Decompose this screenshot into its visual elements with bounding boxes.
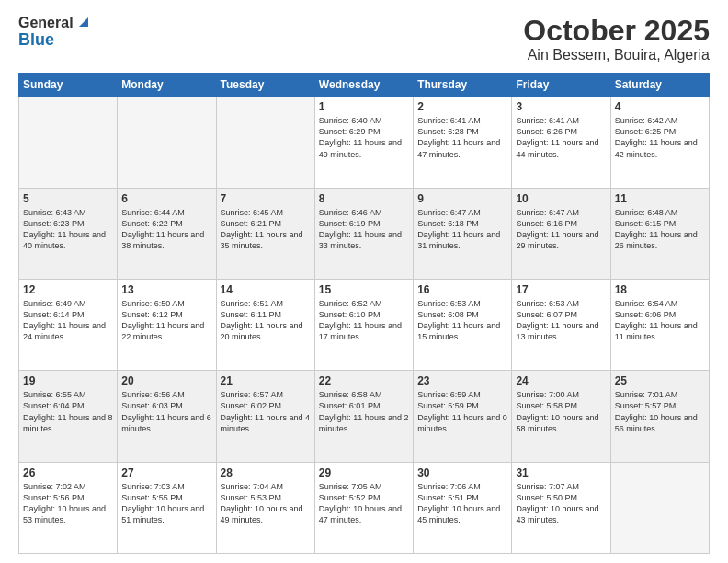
day-info: Sunrise: 6:50 AM Sunset: 6:12 PM Dayligh…: [121, 298, 211, 343]
table-row: 13Sunrise: 6:50 AM Sunset: 6:12 PM Dayli…: [118, 279, 216, 370]
col-sunday: Sunday: [19, 74, 118, 97]
day-number: 20: [121, 374, 211, 387]
page-title: October 2025: [523, 15, 710, 47]
day-number: 28: [221, 466, 311, 479]
day-info: Sunrise: 6:49 AM Sunset: 6:14 PM Dayligh…: [23, 298, 113, 343]
day-number: 10: [516, 192, 606, 205]
table-row: [610, 462, 709, 553]
table-row: 28Sunrise: 7:04 AM Sunset: 5:53 PM Dayli…: [216, 462, 314, 553]
day-number: 11: [615, 192, 705, 205]
day-number: 3: [516, 100, 606, 113]
col-saturday: Saturday: [610, 74, 709, 97]
day-number: 30: [417, 466, 507, 479]
day-number: 22: [319, 374, 409, 387]
calendar-header-row: Sunday Monday Tuesday Wednesday Thursday…: [19, 74, 710, 97]
header: General Blue October 2025 Ain Bessem, Bo…: [18, 15, 710, 63]
day-info: Sunrise: 6:59 AM Sunset: 5:59 PM Dayligh…: [417, 389, 507, 434]
day-number: 6: [121, 192, 211, 205]
day-number: 16: [417, 283, 507, 296]
day-info: Sunrise: 6:44 AM Sunset: 6:22 PM Dayligh…: [121, 207, 211, 252]
table-row: 30Sunrise: 7:06 AM Sunset: 5:51 PM Dayli…: [414, 462, 512, 553]
day-info: Sunrise: 6:47 AM Sunset: 6:18 PM Dayligh…: [417, 207, 507, 252]
table-row: [118, 97, 216, 188]
calendar-table: Sunday Monday Tuesday Wednesday Thursday…: [18, 73, 710, 554]
day-info: Sunrise: 6:40 AM Sunset: 6:29 PM Dayligh…: [319, 115, 409, 160]
table-row: 6Sunrise: 6:44 AM Sunset: 6:22 PM Daylig…: [118, 188, 216, 279]
day-info: Sunrise: 6:45 AM Sunset: 6:21 PM Dayligh…: [221, 207, 311, 252]
col-wednesday: Wednesday: [314, 74, 413, 97]
day-number: 18: [615, 283, 705, 296]
table-row: 5Sunrise: 6:43 AM Sunset: 6:23 PM Daylig…: [19, 188, 118, 279]
day-number: 29: [319, 466, 409, 479]
table-row: 8Sunrise: 6:46 AM Sunset: 6:19 PM Daylig…: [314, 188, 413, 279]
calendar-week-row: 1Sunrise: 6:40 AM Sunset: 6:29 PM Daylig…: [19, 97, 710, 188]
day-number: 24: [516, 374, 606, 387]
day-info: Sunrise: 7:06 AM Sunset: 5:51 PM Dayligh…: [417, 481, 507, 526]
logo-blue-text: Blue: [18, 31, 90, 50]
day-number: 13: [121, 283, 211, 296]
table-row: 19Sunrise: 6:55 AM Sunset: 6:04 PM Dayli…: [19, 371, 118, 462]
day-number: 23: [417, 374, 507, 387]
day-number: 26: [23, 466, 113, 479]
calendar-week-row: 5Sunrise: 6:43 AM Sunset: 6:23 PM Daylig…: [19, 188, 710, 279]
table-row: [216, 97, 314, 188]
table-row: 14Sunrise: 6:51 AM Sunset: 6:11 PM Dayli…: [216, 279, 314, 370]
table-row: 25Sunrise: 7:01 AM Sunset: 5:57 PM Dayli…: [610, 371, 709, 462]
day-number: 9: [417, 192, 507, 205]
day-number: 14: [221, 283, 311, 296]
day-number: 31: [516, 466, 606, 479]
day-info: Sunrise: 6:41 AM Sunset: 6:28 PM Dayligh…: [417, 115, 507, 160]
day-number: 4: [615, 100, 705, 113]
table-row: 18Sunrise: 6:54 AM Sunset: 6:06 PM Dayli…: [610, 279, 709, 370]
day-info: Sunrise: 6:55 AM Sunset: 6:04 PM Dayligh…: [23, 389, 113, 434]
table-row: 1Sunrise: 6:40 AM Sunset: 6:29 PM Daylig…: [314, 97, 413, 188]
table-row: 2Sunrise: 6:41 AM Sunset: 6:28 PM Daylig…: [414, 97, 512, 188]
table-row: 4Sunrise: 6:42 AM Sunset: 6:25 PM Daylig…: [610, 97, 709, 188]
day-info: Sunrise: 6:52 AM Sunset: 6:10 PM Dayligh…: [319, 298, 409, 343]
table-row: 20Sunrise: 6:56 AM Sunset: 6:03 PM Dayli…: [118, 371, 216, 462]
col-thursday: Thursday: [414, 74, 512, 97]
day-number: 21: [221, 374, 311, 387]
logo-general-text: General: [18, 15, 74, 31]
day-info: Sunrise: 7:03 AM Sunset: 5:55 PM Dayligh…: [121, 481, 211, 526]
day-info: Sunrise: 6:56 AM Sunset: 6:03 PM Dayligh…: [121, 389, 211, 434]
day-number: 8: [319, 192, 409, 205]
table-row: 11Sunrise: 6:48 AM Sunset: 6:15 PM Dayli…: [610, 188, 709, 279]
day-info: Sunrise: 6:57 AM Sunset: 6:02 PM Dayligh…: [221, 389, 311, 434]
day-info: Sunrise: 6:46 AM Sunset: 6:19 PM Dayligh…: [319, 207, 409, 252]
day-number: 19: [23, 374, 113, 387]
table-row: 22Sunrise: 6:58 AM Sunset: 6:01 PM Dayli…: [314, 371, 413, 462]
day-info: Sunrise: 7:04 AM Sunset: 5:53 PM Dayligh…: [221, 481, 311, 526]
table-row: 26Sunrise: 7:02 AM Sunset: 5:56 PM Dayli…: [19, 462, 118, 553]
day-info: Sunrise: 6:53 AM Sunset: 6:07 PM Dayligh…: [516, 298, 606, 343]
logo: General Blue: [18, 15, 90, 49]
day-number: 15: [319, 283, 409, 296]
svg-marker-0: [79, 17, 88, 27]
table-row: 10Sunrise: 6:47 AM Sunset: 6:16 PM Dayli…: [512, 188, 610, 279]
day-info: Sunrise: 6:43 AM Sunset: 6:23 PM Dayligh…: [23, 207, 113, 252]
logo-triangle-icon: [75, 14, 90, 29]
day-number: 5: [23, 192, 113, 205]
table-row: 9Sunrise: 6:47 AM Sunset: 6:18 PM Daylig…: [414, 188, 512, 279]
day-info: Sunrise: 6:58 AM Sunset: 6:01 PM Dayligh…: [319, 389, 409, 434]
table-row: 15Sunrise: 6:52 AM Sunset: 6:10 PM Dayli…: [314, 279, 413, 370]
day-number: 25: [615, 374, 705, 387]
day-info: Sunrise: 6:54 AM Sunset: 6:06 PM Dayligh…: [615, 298, 705, 343]
day-number: 27: [121, 466, 211, 479]
table-row: 7Sunrise: 6:45 AM Sunset: 6:21 PM Daylig…: [216, 188, 314, 279]
day-info: Sunrise: 6:53 AM Sunset: 6:08 PM Dayligh…: [417, 298, 507, 343]
table-row: 3Sunrise: 6:41 AM Sunset: 6:26 PM Daylig…: [512, 97, 610, 188]
day-info: Sunrise: 6:42 AM Sunset: 6:25 PM Dayligh…: [615, 115, 705, 160]
table-row: [19, 97, 118, 188]
day-number: 7: [221, 192, 311, 205]
day-info: Sunrise: 6:51 AM Sunset: 6:11 PM Dayligh…: [221, 298, 311, 343]
day-info: Sunrise: 7:02 AM Sunset: 5:56 PM Dayligh…: [23, 481, 113, 526]
day-info: Sunrise: 7:00 AM Sunset: 5:58 PM Dayligh…: [516, 389, 606, 434]
table-row: 31Sunrise: 7:07 AM Sunset: 5:50 PM Dayli…: [512, 462, 610, 553]
table-row: 27Sunrise: 7:03 AM Sunset: 5:55 PM Dayli…: [118, 462, 216, 553]
table-row: 29Sunrise: 7:05 AM Sunset: 5:52 PM Dayli…: [314, 462, 413, 553]
calendar-week-row: 26Sunrise: 7:02 AM Sunset: 5:56 PM Dayli…: [19, 462, 710, 553]
calendar-week-row: 12Sunrise: 6:49 AM Sunset: 6:14 PM Dayli…: [19, 279, 710, 370]
col-friday: Friday: [512, 74, 610, 97]
table-row: 12Sunrise: 6:49 AM Sunset: 6:14 PM Dayli…: [19, 279, 118, 370]
